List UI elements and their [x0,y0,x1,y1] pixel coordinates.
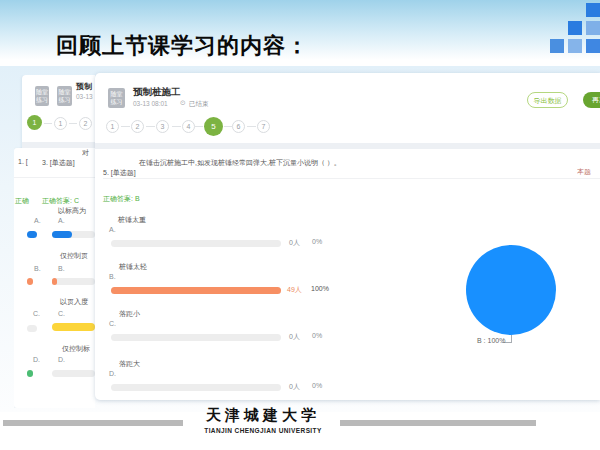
back-option-letter: C. [33,310,40,317]
result-bar-track [52,370,95,377]
footer-rule-right [340,420,536,426]
page-2[interactable]: 2 [131,120,144,133]
option-letter: C. [109,320,116,327]
back-quiz-date: 03-13 [76,93,93,100]
exercise-badge: 随堂 练习 [35,86,49,106]
deco-square [568,39,582,53]
quiz-datetime: 03-13 08:01 [133,100,168,107]
option-count: 49人 [287,285,302,295]
republish-button[interactable]: 再次发布 [583,92,600,108]
result-bar-green [27,370,33,377]
result-bar-track [52,278,95,285]
pie-label: B : 100% [477,337,505,344]
back-option-text: 以贯入度 [60,297,88,307]
back-quiz-title: 预制 [76,81,92,92]
back-option-letter: A. [58,217,65,224]
result-bar-track [27,325,37,332]
back-question-text: 对 [82,148,95,158]
clock-icon: ⊙ [180,99,186,107]
page-connector [44,123,52,124]
option-count: 0人 [289,332,300,342]
result-bar-blue [27,231,37,238]
back-q1-label: 1. [ [18,158,28,165]
option-text: 桩锤太重 [118,215,146,225]
page-connector [69,123,77,124]
quiz-result-panel: 随堂 练习 预制桩施工 03-13 08:01 ⊙ 已结束 导出数据 再次发布 … [95,73,600,400]
back-option-letter: B. [34,265,41,272]
result-bar-orange [111,287,281,294]
page-5-selected[interactable]: 5 [204,117,223,136]
question-text: 在锤击沉桩施工中,如发现桩锤经常回弹大,桩下沉量小说明（ ）。 [139,158,341,168]
back-page-selected[interactable]: 1 [27,115,42,130]
footer-rule-left [3,420,183,426]
page-3[interactable]: 3 [156,120,169,133]
back-option-letter: D. [58,356,65,363]
page-6[interactable]: 6 [232,120,245,133]
back-option-letter: D. [33,356,40,363]
section-divider [95,143,600,149]
back-answer-partial: 正确 [15,196,29,206]
option-letter: B. [109,273,116,280]
question-label: 5. [单选题] [103,168,136,178]
option-count: 0人 [289,382,300,392]
export-data-button[interactable]: 导出数据 [527,92,568,108]
result-bar-orange [52,278,57,285]
university-name-cn: 天津城建大学 [180,406,346,425]
university-name-en: TIANJIN CHENGJIAN UNIVERSITY [180,427,346,434]
background-quiz-panels: 随堂 练习 随堂 练习 预制 03-13 1 1 2 对 1. [ 3. [单选… [14,75,95,408]
deco-square [586,21,600,35]
deco-square [586,39,600,53]
result-bar-yellow [52,323,95,331]
option-text: 落距小 [119,309,140,319]
result-bar-orange [27,278,33,285]
result-bar-track [111,240,281,247]
deco-square [568,21,582,35]
option-percent: 0% [312,238,322,245]
exercise-badge: 随堂 练习 [108,88,125,108]
back-q3-label: 3. [单选题] [42,158,75,168]
result-bar-track [111,384,281,391]
back-option-letter: C. [58,310,65,317]
back-option-text: 仅控制贯 [60,251,88,261]
page-title: 回顾上节课学习的内容： [56,31,309,61]
deco-square [586,3,600,17]
page-4[interactable]: 4 [182,120,195,133]
page-connector [121,126,130,127]
deco-square [550,39,564,53]
divider [103,178,600,179]
option-letter: D. [109,370,116,377]
quiz-title: 预制桩施工 [133,86,181,99]
back-answer-label: 正确答案: C [42,196,79,206]
option-percent: 0% [312,382,322,389]
option-text: 落距大 [119,359,140,369]
option-percent: 0% [312,332,322,339]
side-note[interactable]: 本题 [577,167,599,177]
page-connector [172,126,181,127]
back-page[interactable]: 2 [79,117,92,130]
pie-chart [466,245,556,335]
back-option-letter: B. [58,265,65,272]
page-connector [146,126,155,127]
page-1[interactable]: 1 [106,120,119,133]
option-text: 桩锤太轻 [119,262,147,272]
exercise-badge: 随堂 练习 [57,86,72,106]
option-percent: 100% [311,285,329,292]
page-connector [247,126,256,127]
status-badge: 已结束 [189,100,209,109]
page-7[interactable]: 7 [257,120,270,133]
correct-answer-label: 正确答案: B [103,194,140,204]
divider [14,177,95,178]
back-option-text: 以标高为 [58,206,86,216]
option-count: 0人 [289,238,300,248]
result-bar-track [111,334,281,341]
page-connector [224,126,232,127]
presentation-slide: 回顾上节课学习的内容： 随堂 练习 随堂 练习 预制 03-13 1 1 2 对… [0,0,600,450]
back-option-letter: A. [34,217,41,224]
result-bar-blue [52,231,72,238]
back-option-text: 仅控制标 [62,344,90,354]
page-connector [195,126,203,127]
option-letter: A. [109,226,116,233]
back-page[interactable]: 1 [54,117,67,130]
